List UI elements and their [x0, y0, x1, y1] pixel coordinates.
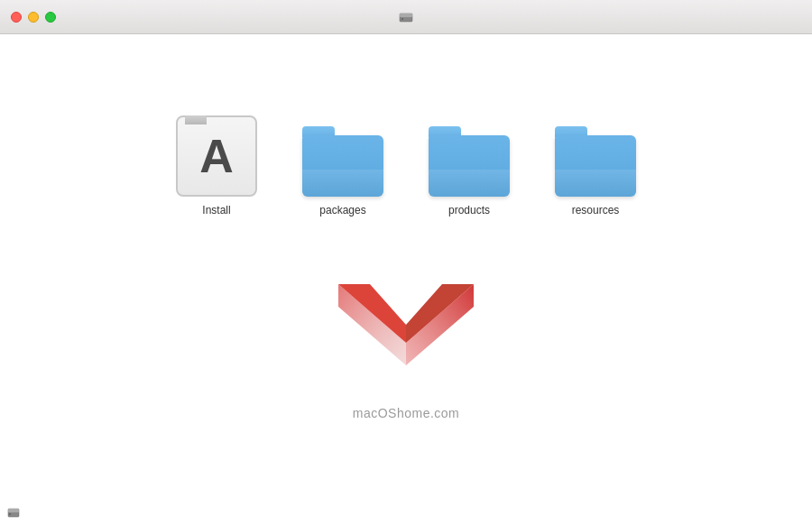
file-item-packages[interactable]: packages — [302, 126, 383, 216]
folder-icon-resources — [555, 126, 636, 197]
svg-rect-8 — [8, 509, 19, 512]
maximize-button[interactable] — [45, 12, 56, 23]
traffic-lights — [11, 12, 56, 23]
file-item-products[interactable]: products — [429, 126, 510, 216]
file-item-install[interactable]: A Install — [176, 115, 257, 216]
folder-body-resources — [555, 135, 636, 197]
bottom-drive-icon — [7, 507, 20, 520]
file-label-packages: packages — [319, 204, 365, 216]
site-watermark: macOShome.com — [353, 406, 460, 420]
file-label-products: products — [448, 204, 490, 216]
main-content: A Install packages products — [0, 34, 812, 525]
folder-body-products — [429, 135, 510, 197]
gmail-section: macOShome.com — [320, 262, 492, 420]
svg-rect-1 — [400, 14, 412, 17]
gmail-logo — [320, 262, 492, 397]
folder-icon-packages — [302, 126, 383, 197]
file-label-install: Install — [202, 204, 230, 216]
adobe-installer-icon: A — [176, 115, 257, 197]
file-item-resources[interactable]: resources — [555, 126, 636, 216]
drive-icon — [399, 11, 413, 23]
file-label-resources: resources — [572, 204, 620, 216]
minimize-button[interactable] — [28, 12, 39, 23]
files-row: A Install packages products — [176, 115, 636, 216]
title-bar — [0, 0, 812, 34]
svg-rect-9 — [9, 513, 11, 515]
folder-icon-products — [429, 126, 510, 197]
svg-rect-2 — [401, 18, 403, 20]
window-title — [399, 11, 413, 23]
adobe-a-letter: A — [199, 133, 234, 180]
close-button[interactable] — [11, 12, 22, 23]
folder-body — [302, 135, 383, 197]
